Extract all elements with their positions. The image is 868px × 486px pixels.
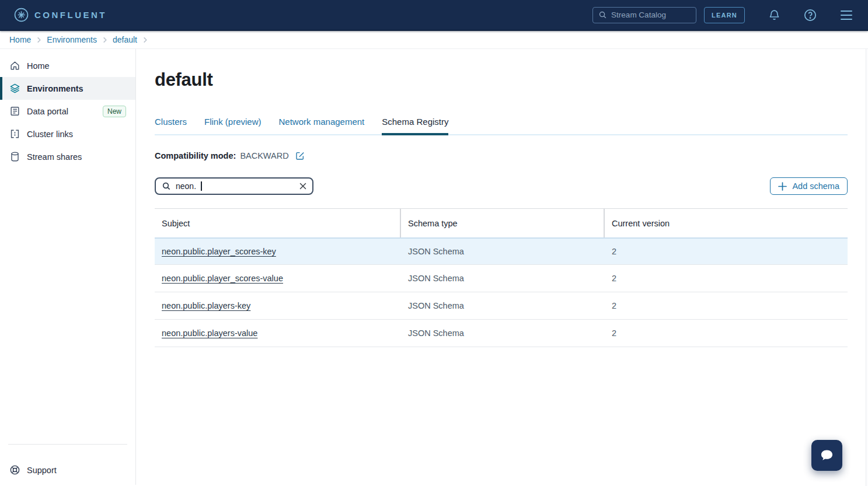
help-button[interactable] — [804, 9, 817, 22]
brand-wordmark: CONFLUENT — [34, 10, 107, 20]
scrollbar-track[interactable] — [866, 49, 868, 486]
new-badge: New — [103, 106, 126, 117]
table-row[interactable]: neon.public.player_scores-key JSON Schem… — [155, 237, 848, 265]
schema-type-cell: JSON Schema — [401, 301, 605, 310]
chevron-right-icon — [102, 37, 107, 43]
sidebar-item-label: Environments — [27, 84, 83, 93]
current-version-cell: 2 — [605, 301, 848, 310]
schema-type-cell: JSON Schema — [401, 328, 605, 338]
subject-link[interactable]: neon.public.player_scores-key — [162, 247, 276, 256]
subject-link[interactable]: neon.public.players-value — [162, 328, 257, 338]
sidebar-item-home[interactable]: Home — [0, 54, 135, 77]
sidebar: Home Environments Data portal New — [0, 49, 136, 485]
help-icon — [804, 9, 817, 22]
tab-flink-preview[interactable]: Flink (preview) — [204, 117, 262, 134]
hamburger-icon — [840, 10, 853, 20]
column-header-schema-type[interactable]: Schema type — [401, 209, 605, 237]
compatibility-mode-label: Compatibility mode: — [155, 151, 236, 160]
column-header-current-version[interactable]: Current version — [605, 209, 848, 237]
add-schema-button[interactable]: Add schema — [770, 177, 848, 195]
search-icon — [598, 11, 607, 19]
breadcrumb: Home Environments default — [0, 31, 868, 49]
main-menu-button[interactable] — [840, 10, 853, 20]
subject-link[interactable]: neon.public.player_scores-value — [162, 274, 283, 283]
current-version-cell: 2 — [605, 274, 848, 283]
notifications-button[interactable] — [768, 9, 780, 21]
schema-search-input[interactable]: neon. — [155, 177, 313, 195]
confluent-brand[interactable]: CONFLUENT — [14, 8, 107, 22]
cluster-links-icon — [9, 128, 20, 139]
compatibility-mode-row: Compatibility mode: BACKWARD — [155, 151, 848, 160]
schema-search-value: neon. — [176, 181, 196, 191]
top-navbar: CONFLUENT LEARN — [0, 0, 868, 31]
document-icon — [9, 106, 20, 117]
learn-button[interactable]: LEARN — [704, 7, 745, 23]
breadcrumb-home[interactable]: Home — [9, 35, 31, 44]
search-icon — [162, 181, 171, 191]
edit-compatibility-button[interactable] — [295, 151, 305, 160]
main-content: default Clusters Flink (preview) Network… — [136, 49, 868, 485]
clear-icon — [299, 183, 306, 190]
sidebar-item-label: Cluster links — [27, 130, 73, 139]
edit-icon — [295, 151, 305, 160]
column-header-subject[interactable]: Subject — [155, 209, 401, 237]
add-schema-label: Add schema — [792, 181, 839, 191]
current-version-cell: 2 — [605, 247, 848, 256]
table-row[interactable]: neon.public.player_scores-value JSON Sch… — [155, 265, 848, 292]
tab-network-management[interactable]: Network management — [279, 117, 365, 134]
bell-icon — [768, 9, 780, 21]
subject-link[interactable]: neon.public.players-key — [162, 301, 250, 310]
table-header-row: Subject Schema type Current version — [155, 208, 848, 237]
schema-type-cell: JSON Schema — [401, 247, 605, 256]
layers-icon — [9, 83, 20, 94]
confluent-logo-icon — [14, 8, 29, 22]
stream-catalog-search[interactable] — [592, 7, 696, 23]
schemas-table: Subject Schema type Current version neon… — [155, 208, 848, 347]
sidebar-item-stream-shares[interactable]: Stream shares — [0, 145, 135, 168]
chat-bubble-icon — [819, 447, 835, 463]
sidebar-item-label: Support — [27, 466, 57, 475]
sidebar-item-support[interactable]: Support — [0, 459, 135, 481]
tab-clusters[interactable]: Clusters — [155, 117, 187, 134]
sidebar-divider — [8, 444, 127, 445]
sidebar-item-cluster-links[interactable]: Cluster links — [0, 123, 135, 145]
sidebar-item-label: Home — [27, 61, 50, 71]
database-icon — [9, 151, 20, 162]
chevron-right-icon — [36, 37, 41, 43]
chat-widget-button[interactable] — [811, 440, 842, 471]
page-title: default — [155, 69, 848, 90]
tab-schema-registry[interactable]: Schema Registry — [382, 117, 448, 134]
compatibility-mode-value: BACKWARD — [240, 151, 288, 160]
stream-catalog-input[interactable] — [611, 11, 681, 19]
table-controls: neon. Add schema — [155, 177, 848, 195]
breadcrumb-default[interactable]: default — [113, 35, 137, 44]
plus-icon — [778, 182, 787, 191]
tab-bar: Clusters Flink (preview) Network managem… — [155, 117, 848, 135]
breadcrumb-environments[interactable]: Environments — [47, 35, 97, 44]
home-icon — [9, 60, 20, 71]
schema-type-cell: JSON Schema — [401, 274, 605, 283]
table-row[interactable]: neon.public.players-value JSON Schema 2 — [155, 320, 848, 347]
sidebar-item-label: Stream shares — [27, 152, 82, 162]
table-row[interactable]: neon.public.players-key JSON Schema 2 — [155, 292, 848, 320]
sidebar-item-environments[interactable]: Environments — [0, 77, 135, 100]
sidebar-item-data-portal[interactable]: Data portal New — [0, 100, 135, 123]
globe-icon — [9, 464, 20, 475]
current-version-cell: 2 — [605, 328, 848, 338]
clear-search-button[interactable] — [299, 183, 306, 190]
chevron-right-icon — [142, 37, 148, 43]
sidebar-item-label: Data portal — [27, 107, 68, 116]
text-cursor — [201, 181, 202, 191]
sidebar-bottom: Support — [0, 444, 135, 485]
